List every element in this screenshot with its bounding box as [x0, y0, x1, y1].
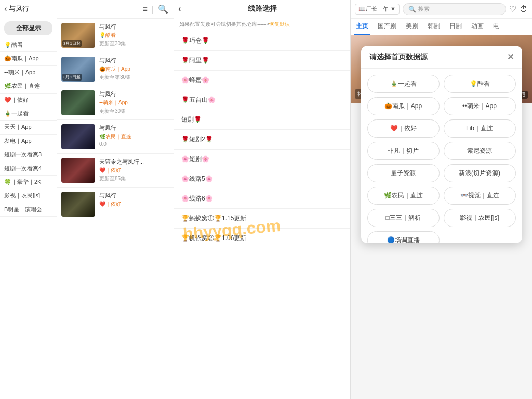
tab-韩剧[interactable]: 韩剧 — [425, 19, 442, 35]
panel1-source-item-3[interactable]: 🌿农民｜直连 — [0, 79, 57, 93]
panel1-source-item-10[interactable]: 🍀｜豪华｜2K — [0, 176, 57, 189]
dialog-btn-6[interactable]: 非凡｜切片 — [367, 142, 440, 160]
video-source-3: 🌿农民｜直连 — [99, 133, 169, 140]
video-thumb-3 — [61, 124, 95, 149]
source-selector[interactable]: 📖厂长｜午 ▼ — [355, 4, 400, 15]
dialog-btn-13[interactable]: 影视｜农民[js] — [444, 209, 516, 227]
video-title-1: 与凤行 — [99, 57, 169, 64]
search-bar[interactable]: 🔍 搜索 — [403, 3, 506, 15]
panel2-header: ≡ | 🔍 — [57, 0, 174, 19]
tab-日剧[interactable]: 日剧 — [447, 19, 464, 35]
video-info-3: 与凤行 🌿农民｜直连 0.0 — [99, 124, 169, 149]
panel3-notice: 如果配置失败可尝试切换其他仓库===>恢复默认 — [174, 18, 350, 31]
video-item-4[interactable]: 天策令之与凤行... ❤️｜依好 更新至85集 — [57, 154, 174, 188]
video-source-1: 🎃南瓜｜App — [99, 65, 169, 73]
tab-国产剧[interactable]: 国产剧 — [376, 19, 398, 35]
panel1-source-list: 💡酷看🎃南瓜｜App••萌米｜App🌿农民｜直连❤️｜依好🎍一起看天天｜App发… — [0, 38, 57, 399]
panel1-source-item-0[interactable]: 💡酷看 — [0, 38, 57, 52]
video-item-5[interactable]: 与凤行 ❤️｜依好 — [57, 188, 174, 221]
panel1-source-item-8[interactable]: 短剧一次看爽3 — [0, 148, 57, 162]
panel1-source-item-2[interactable]: ••萌米｜App — [0, 66, 57, 79]
dialog-btn-0[interactable]: 🎍一起看 — [367, 75, 440, 93]
video-thumb-2 — [61, 90, 95, 115]
dialog-close-button[interactable]: ✕ — [507, 52, 514, 62]
video-thumb-0: 3月1日起 — [61, 23, 95, 48]
panel3-back-icon[interactable]: ‹ — [178, 4, 181, 14]
restore-default-link[interactable]: 恢复默认 — [269, 21, 290, 27]
route-item-0[interactable]: 🌹巧仓🌹 — [174, 31, 350, 51]
panel1-sidebar: ‹ 与凤行 全部显示 💡酷看🎃南瓜｜App••萌米｜App🌿农民｜直连❤️｜依好… — [0, 0, 57, 399]
dialog-btn-9[interactable]: 新浪(切片资源) — [444, 164, 516, 182]
dialog-btn-3[interactable]: ••萌米｜App — [444, 97, 516, 115]
tab-美剧[interactable]: 美剧 — [404, 19, 420, 35]
dialog-btn-7[interactable]: 索尼资源 — [444, 142, 516, 160]
dialog-btn-8[interactable]: 量子资源 — [367, 164, 440, 182]
panel1-source-item-6[interactable]: 天天｜App — [0, 121, 57, 134]
video-list: 3月1日起 与凤行 💡酷看 更新至30集 3月1日起 与凤行 🎃南瓜｜App 更… — [57, 19, 174, 399]
search-placeholder: 搜索 — [418, 5, 430, 13]
route-item-6[interactable]: 🌸短剧🌸 — [174, 150, 350, 169]
video-source-2: ••萌米｜App — [99, 99, 169, 107]
tab-动画[interactable]: 动画 — [469, 19, 486, 35]
panel1-source-item-11[interactable]: 影视｜农民[js] — [0, 189, 57, 203]
all-display-button[interactable]: 全部显示 — [4, 21, 52, 35]
panel1-source-item-1[interactable]: 🎃南瓜｜App — [0, 52, 57, 65]
panel1-source-item-5[interactable]: 🎍一起看 — [0, 107, 57, 121]
dialog-btn-2[interactable]: 🎃南瓜｜App — [367, 97, 440, 115]
video-title-3: 与凤行 — [99, 124, 169, 132]
panel4-tabs: 主页国产剧美剧韩剧日剧动画电 — [351, 19, 532, 35]
dialog-btn-14[interactable]: 🔵场调直播 — [367, 231, 440, 243]
video-thumb-5 — [61, 192, 95, 217]
video-item-2[interactable]: 与凤行 ••萌米｜App 更新至30集 — [57, 86, 174, 120]
route-item-10[interactable]: 🏆帆依窝②🏆1.06更新 — [174, 229, 350, 248]
video-ep-4: 更新至85集 — [99, 175, 169, 182]
panel4-main: 📖厂长｜午 ▼ 🔍 搜索 ♡ ⏱ 主页国产剧美剧韩剧日剧动画电 社你还挺好 2/… — [351, 0, 532, 399]
dialog-btn-12[interactable]: □三三｜解析 — [367, 209, 440, 227]
panel1-source-item-12[interactable]: B明星｜演唱会 — [0, 203, 57, 217]
panel1-source-item-9[interactable]: 短剧一次看爽4 — [0, 162, 57, 176]
route-item-8[interactable]: 🌸线路6🌸 — [174, 189, 350, 209]
data-source-dialog: 请选择首页数据源 ✕ 🎍一起看💡酷看🎃南瓜｜App••萌米｜App❤️｜依好Li… — [361, 46, 522, 243]
dialog-btn-10[interactable]: 🌿农民｜直连 — [367, 187, 440, 205]
tab-主页[interactable]: 主页 — [354, 19, 370, 35]
route-item-7[interactable]: 🌸线路5🌸 — [174, 169, 350, 189]
route-item-4[interactable]: 短剧🌹 — [174, 110, 350, 130]
panel4-header: 📖厂长｜午 ▼ 🔍 搜索 ♡ ⏱ — [351, 0, 532, 19]
search-icon[interactable]: 🔍 — [158, 4, 168, 14]
video-ep-0: 更新至30集 — [99, 40, 169, 47]
video-ep-1: 更新至第30集 — [99, 74, 169, 81]
back-arrow-icon[interactable]: ‹ — [4, 4, 7, 14]
video-title-0: 与凤行 — [99, 23, 169, 31]
panel2-video-list: ≡ | 🔍 3月1日起 与凤行 💡酷看 更新至30集 3月1日起 与凤行 🎃南瓜… — [57, 0, 174, 399]
dialog-btn-5[interactable]: Lib｜直连 — [444, 119, 516, 138]
dialog-btn-4[interactable]: ❤️｜依好 — [367, 119, 440, 138]
panel3-title: 线路选择 — [248, 4, 277, 12]
route-list: 🌹巧仓🌹🌹阿里🌹🌸蜂蜜🌸🌹五台山🌸短剧🌹🌹短剧2🌹🌸短剧🌸🌸线路5🌸🌸线路6🌸🏆… — [174, 31, 350, 399]
dialog-btn-11[interactable]: 👓视觉｜直连 — [444, 187, 516, 205]
video-ep-3: 0.0 — [99, 141, 169, 147]
video-item-1[interactable]: 3月1日起 与凤行 🎃南瓜｜App 更新至第30集 — [57, 52, 174, 86]
video-source-0: 💡酷看 — [99, 32, 169, 39]
thumb-date-0: 3月1日起 — [62, 40, 82, 47]
video-item-0[interactable]: 3月1日起 与凤行 💡酷看 更新至30集 — [57, 19, 174, 52]
route-item-9[interactable]: 🏆蚂蚁窝①🏆1.15更新 — [174, 209, 350, 229]
history-icon[interactable]: ⏱ — [520, 5, 528, 14]
route-item-1[interactable]: 🌹阿里🌹 — [174, 51, 350, 71]
route-item-5[interactable]: 🌹短剧2🌹 — [174, 130, 350, 150]
panel1-source-item-4[interactable]: ❤️｜依好 — [0, 94, 57, 107]
thumb-date-1: 3月1日起 — [62, 74, 82, 81]
video-source-5: ❤️｜依好 — [99, 201, 169, 208]
dialog-btn-1[interactable]: 💡酷看 — [444, 75, 516, 93]
dialog-title: 请选择首页数据源 — [369, 52, 428, 62]
video-item-3[interactable]: 与凤行 🌿农民｜直连 0.0 — [57, 120, 174, 154]
panel1-source-item-7[interactable]: 发电｜App — [0, 135, 57, 148]
filter-icon[interactable]: ≡ — [143, 5, 148, 14]
route-item-2[interactable]: 🌸蜂蜜🌸 — [174, 71, 350, 90]
video-title-5: 与凤行 — [99, 192, 169, 200]
source-label: 📖厂长｜午 ▼ — [358, 5, 396, 13]
search-icon: 🔍 — [408, 6, 416, 13]
tab-电[interactable]: 电 — [491, 19, 501, 35]
favorites-icon[interactable]: ♡ — [509, 4, 516, 14]
route-item-3[interactable]: 🌹五台山🌸 — [174, 90, 350, 110]
panel4-content: 社你还挺好 2/6 请选择首页数据源 ✕ 🎍一起看💡酷看🎃南瓜｜App••萌米｜… — [351, 35, 532, 399]
